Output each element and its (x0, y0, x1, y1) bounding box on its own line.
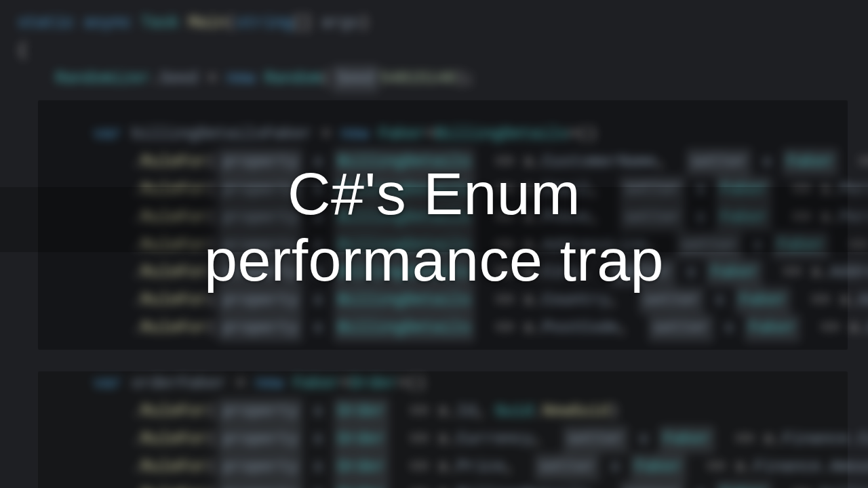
title-line-1: C#'s Enum (288, 163, 580, 225)
video-thumbnail: static async Task Main(string[] args) { … (0, 0, 868, 488)
title-line-2: performance trap (204, 229, 664, 291)
thumbnail-title: C#'s Enum performance trap (0, 163, 868, 292)
